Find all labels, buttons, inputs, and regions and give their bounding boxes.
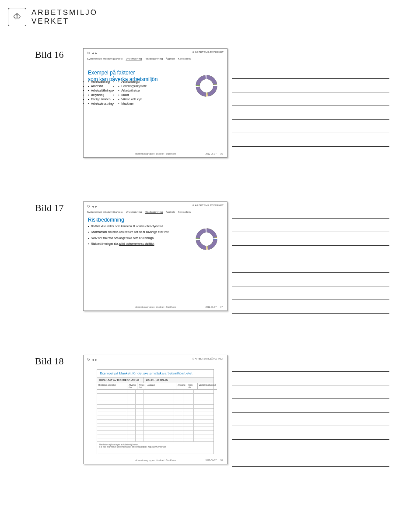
list-item: Skriv ner riskerna och ange vilka som är… xyxy=(88,236,175,240)
list-item: Arbetsställningar xyxy=(88,89,114,92)
blankett-form: Exempel på blankett för det systematiska… xyxy=(97,369,214,454)
logo-line-1: ARBETSMILJÖ xyxy=(32,8,98,17)
breadcrumb: Systematiskt arbetsmiljöarbete Undersökn… xyxy=(87,57,193,60)
blankett-title: Exempel på blankett för det systematiska… xyxy=(97,370,214,377)
section-2: HANDLINGSPLAN xyxy=(144,377,214,383)
section-head: RESULTAT AV RISKBEDÖMNING HANDLINGSPLAN xyxy=(97,377,214,383)
footer-center: Informationsgruppen, distriktet i Stockh… xyxy=(135,306,176,308)
svg-point-3 xyxy=(198,77,215,95)
footer-page: 17 xyxy=(220,306,223,308)
process-wheel-icon xyxy=(194,226,219,252)
slide-title: Riskbedömning xyxy=(88,217,124,223)
slide-nav-icons: ↻ ◂ ▸ xyxy=(87,358,97,362)
footer-center: Informationsgruppen, distriktet i Stockh… xyxy=(135,459,176,462)
list-item: Handlingsutrymme xyxy=(118,85,147,88)
breadcrumb: Systematiskt arbetsmiljöarbete Undersökn… xyxy=(87,211,193,213)
next-icon: ▸ xyxy=(95,205,97,208)
column-headers: Riskkällor och risker Allvarlig risk Ann… xyxy=(97,383,214,390)
slide-title: Exempel på faktorersom kan påverka arbet… xyxy=(88,63,158,82)
list-item: Arbetsrörelser xyxy=(118,89,147,92)
list-item: Buller xyxy=(118,93,147,96)
slide-label: Bild 17 xyxy=(35,201,79,214)
slide-footer: Informationsgruppen, distriktet i Stockh… xyxy=(84,152,227,155)
refresh-icon: ↻ xyxy=(87,51,90,55)
slide-nav-icons: ↻ ◂ ▸ xyxy=(87,205,97,208)
slide-18: ↻ ◂ ▸ ♔ ARBETSMILJÖVERKET Exempel på bla… xyxy=(83,355,228,464)
prev-icon: ◂ xyxy=(92,205,94,208)
footer-date: 2012-06-07 xyxy=(205,459,217,462)
crumb-4: Kontrollera xyxy=(178,57,191,60)
refresh-icon: ↻ xyxy=(87,205,90,208)
prev-icon: ◂ xyxy=(92,51,94,55)
list-item: Arbetsutrustning xyxy=(88,102,114,105)
blankett-notes: Blanketten ej framtagen av Arbetsmiljöve… xyxy=(97,442,214,450)
footer-date: 2012-06-07 xyxy=(205,306,217,308)
slide-mini-logo: ♔ ARBETSMILJÖVERKET xyxy=(192,204,224,207)
next-icon: ▸ xyxy=(95,358,97,362)
list-item: Riskbedömningar ska alltid dokumenteras … xyxy=(88,242,175,246)
list-item: Bedöm vilka risker som kan leda till ohä… xyxy=(88,225,175,228)
slide-nav-icons: ↻ ◂ ▸ xyxy=(87,51,97,55)
col-h: Annan risk xyxy=(137,383,146,390)
blankett-rows xyxy=(97,390,214,442)
list-item: Värme och kyla xyxy=(118,98,147,101)
crumb-3: Åtgärda xyxy=(166,211,175,213)
crest-icon: ♔ xyxy=(8,8,26,26)
slide-body: Bedöm vilka risker som kan leda till ohä… xyxy=(88,225,175,248)
next-icon: ▸ xyxy=(95,51,97,55)
crumb-1: Undersökning xyxy=(126,57,142,60)
col-h: Klart när xyxy=(187,383,198,390)
slide-17: ↻ ◂ ▸ ♔ ARBETSMILJÖVERKET Systematiskt a… xyxy=(83,201,228,311)
note-2: För mer information om systematiskt arbe… xyxy=(99,446,211,448)
crumb-4: Kontrollera xyxy=(178,211,191,213)
list-item: Arbetsledning xyxy=(88,80,114,83)
col-h: Riskkällor och risker xyxy=(97,383,127,390)
crumb-2: Riskbedömning xyxy=(145,57,163,60)
crumb-0: Systematiskt arbetsmiljöarbete xyxy=(87,57,123,60)
crest-glyph: ♔ xyxy=(13,11,21,23)
refresh-icon: ↻ xyxy=(87,358,90,362)
footer-date: 2012-06-07 xyxy=(205,152,217,155)
crumb-1: Undersökning xyxy=(126,211,142,213)
list-item: Arbetsmängd xyxy=(118,80,147,83)
slide-mini-logo: ♔ ARBETSMILJÖVERKET xyxy=(192,357,224,360)
footer-page: 18 xyxy=(220,459,223,462)
crumb-0: Systematiskt arbetsmiljöarbete xyxy=(87,211,123,213)
slide-label: Bild 18 xyxy=(35,355,79,367)
writing-lines xyxy=(232,205,389,314)
col-h: Allvarlig risk xyxy=(127,383,137,390)
logo-text: ARBETSMILJÖ VERKET xyxy=(32,8,98,25)
slide-mini-logo: ♔ ARBETSMILJÖVERKET xyxy=(192,50,224,53)
row-bild-17: Bild 17 ↻ ◂ ▸ ♔ ARBETSMILJÖVERKET System… xyxy=(35,201,228,311)
slide-label: Bild 16 xyxy=(35,48,79,60)
logo-line-2: VERKET xyxy=(32,17,98,26)
footer-page: 16 xyxy=(220,152,223,155)
left-column: Arbetsledning Arbetstid Arbetsställninga… xyxy=(88,80,114,106)
list-item: Maskiner xyxy=(118,102,147,105)
crumb-2: Riskbedömning xyxy=(145,211,163,213)
page-logo: ♔ ARBETSMILJÖ VERKET xyxy=(8,8,98,26)
prev-icon: ◂ xyxy=(92,358,94,362)
writing-lines xyxy=(232,52,389,160)
crumb-3: Åtgärda xyxy=(166,57,175,60)
writing-lines xyxy=(232,358,389,467)
slide-16: ↻ ◂ ▸ ♔ ARBETSMILJÖVERKET Systematiskt a… xyxy=(83,48,228,158)
col-h: Åtgärder xyxy=(146,383,176,390)
slide-footer: Informationsgruppen, distriktet i Stockh… xyxy=(84,306,227,308)
svg-point-7 xyxy=(198,230,215,248)
list-item: Arbetstid xyxy=(88,85,114,88)
footer-center: Informationsgruppen, distriktet i Stockh… xyxy=(135,152,176,155)
slide-footer: Informationsgruppen, distriktet i Stockh… xyxy=(84,459,227,462)
section-1: RESULTAT AV RISKBEDÖMNING xyxy=(97,377,144,383)
right-column: Arbetsmängd Handlingsutrymme Arbetsrörel… xyxy=(118,80,147,106)
list-item: Farliga ämnen xyxy=(88,98,114,101)
row-bild-18: Bild 18 ↻ ◂ ▸ ♔ ARBETSMILJÖVERKET Exempe… xyxy=(35,355,228,464)
process-wheel-icon xyxy=(194,73,219,99)
row-bild-16: Bild 16 ↻ ◂ ▸ ♔ ARBETSMILJÖVERKET System… xyxy=(35,48,228,158)
col-h: Ansvarig xyxy=(176,383,187,390)
list-item: Sammanställ riskerna och bedöm om de är … xyxy=(88,230,175,234)
list-item: Belysning xyxy=(88,93,114,96)
col-h: Uppföljning/kontroll xyxy=(198,383,217,390)
